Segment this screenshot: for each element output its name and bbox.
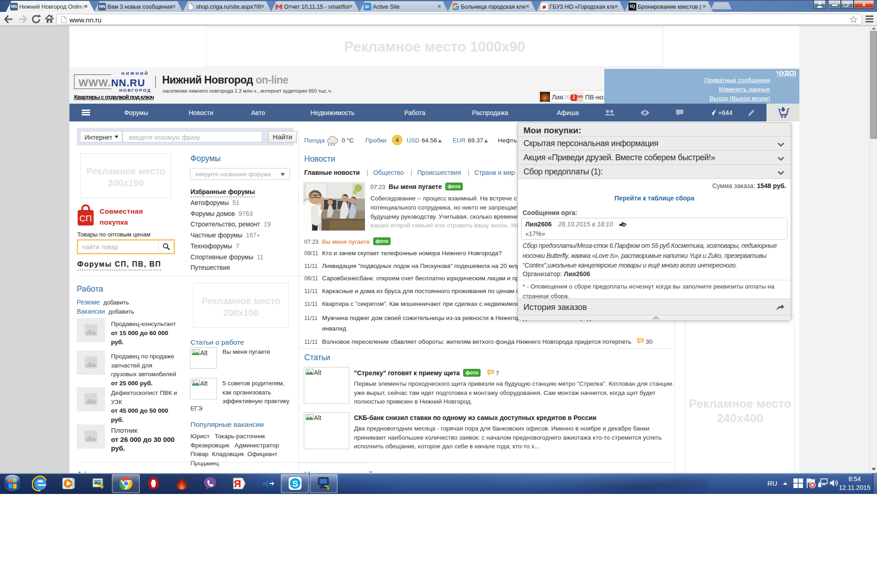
svg-text:СП: СП [79, 214, 92, 223]
svg-text:Я: Я [234, 478, 241, 489]
svg-text:S: S [292, 479, 298, 488]
